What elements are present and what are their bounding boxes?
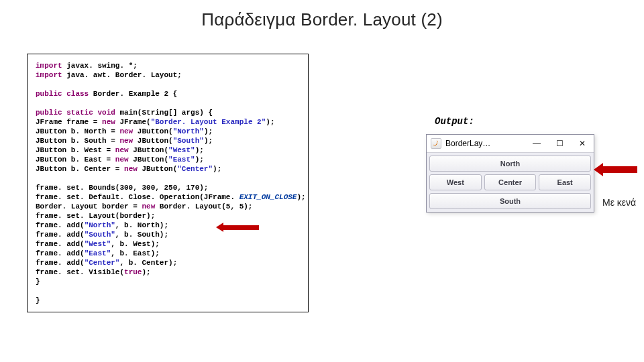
java-icon xyxy=(431,138,441,149)
west-button[interactable]: West xyxy=(429,174,482,190)
arrow-annotation-window xyxy=(600,166,637,173)
arrow-annotation-code xyxy=(221,225,259,230)
close-icon[interactable]: ✕ xyxy=(571,135,594,152)
window-body: North West Center East South xyxy=(427,153,594,212)
gap-note: Με κενά xyxy=(602,197,636,208)
slide-title: Παράδειγμα Border. Layout (2) xyxy=(0,0,644,30)
minimize-icon[interactable]: — xyxy=(525,135,548,152)
output-label: Output: xyxy=(435,116,474,127)
window-title-bar: BorderLay… — ☐ ✕ xyxy=(427,135,594,153)
code-example: import javax. swing. *; import java. awt… xyxy=(27,54,309,312)
window-title: BorderLay… xyxy=(445,139,490,148)
east-button[interactable]: East xyxy=(539,174,591,190)
output-window: BorderLay… — ☐ ✕ North West Center East … xyxy=(426,134,594,213)
south-button[interactable]: South xyxy=(429,193,591,209)
north-button[interactable]: North xyxy=(429,156,591,172)
maximize-icon[interactable]: ☐ xyxy=(548,135,571,152)
center-button[interactable]: Center xyxy=(484,174,537,190)
